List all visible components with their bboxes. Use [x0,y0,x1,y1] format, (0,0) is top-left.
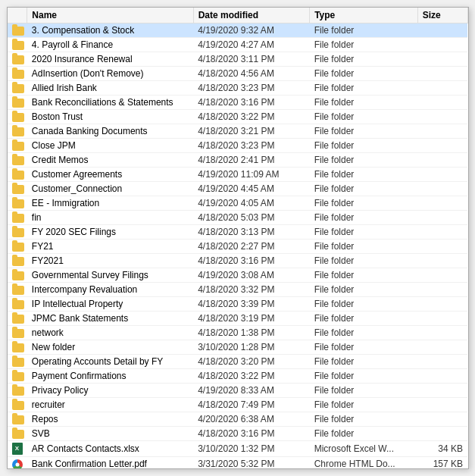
file-name[interactable]: AdInsertion (Don't Remove) [27,67,193,81]
table-row[interactable]: Boston Trust4/18/2020 3:22 PMFile folder [8,110,468,124]
table-row[interactable]: IP Intellectual Property4/18/2020 3:39 P… [8,297,468,312]
folder-icon [12,358,24,367]
file-name[interactable]: Close JPM [27,139,193,153]
file-name[interactable]: network [27,326,193,340]
table-row[interactable]: Canada Banking Documents4/18/2020 3:21 P… [8,124,468,139]
table-row[interactable]: XAR Contacts Contacts.xlsx3/10/2020 1:32… [8,441,468,457]
file-name[interactable]: EE - Immigration [27,196,193,211]
file-name[interactable]: New folder [27,340,193,355]
file-date: 4/19/2020 11:09 AM [193,168,310,182]
table-row[interactable]: 2020 Insurance Renewal4/18/2020 3:11 PMF… [8,52,468,67]
file-date: 3/31/2020 5:32 PM [193,457,310,469]
table-row[interactable]: Close JPM4/18/2020 3:23 PMFile folder [8,139,468,153]
file-name[interactable]: Allied Irish Bank [27,81,193,96]
file-name[interactable]: SVB [27,427,193,441]
table-row[interactable]: Operating Accounts Detail by FY4/18/2020… [8,355,468,369]
table-row[interactable]: AdInsertion (Don't Remove)4/18/2020 4:56… [8,67,468,81]
file-icon-cell [8,139,27,153]
table-row[interactable]: FY214/18/2020 2:27 PMFile folder [8,240,468,254]
table-row[interactable]: Credit Memos4/18/2020 2:41 PMFile folder [8,153,468,168]
file-icon-cell [8,38,27,52]
file-name[interactable]: Canada Banking Documents [27,124,193,139]
table-row[interactable]: Customer_Connection4/19/2020 4:45 AMFile… [8,182,468,196]
table-row[interactable]: Bank Reconciliations & Statements4/18/20… [8,96,468,110]
table-row[interactable]: network4/18/2020 1:38 PMFile folder [8,326,468,340]
file-icon-cell [8,225,27,240]
file-icon-cell [8,398,27,412]
file-name[interactable]: Customer Agreements [27,168,193,182]
file-icon-cell [8,326,27,340]
col-icon [8,8,27,23]
file-date: 4/18/2020 2:27 PM [193,240,310,254]
table-row[interactable]: 4. Payroll & Finance4/19/2020 4:27 AMFil… [8,38,468,52]
file-name[interactable]: AR Contacts Contacts.xlsx [27,441,193,457]
table-row[interactable]: EE - Immigration4/19/2020 4:05 AMFile fo… [8,196,468,211]
file-size [417,153,467,168]
file-name[interactable]: JPMC Bank Statements [27,312,193,326]
file-date: 4/18/2020 3:16 PM [193,96,310,110]
file-name[interactable]: Credit Memos [27,153,193,168]
file-date: 3/10/2020 1:32 PM [193,441,310,457]
file-date: 4/18/2020 3:11 PM [193,52,310,67]
file-date: 4/18/2020 3:23 PM [193,139,310,153]
file-name[interactable]: FY 2020 SEC Filings [27,225,193,240]
file-type: File folder [310,196,418,211]
file-name[interactable]: fin [27,211,193,225]
table-row[interactable]: Customer Agreements4/19/2020 11:09 AMFil… [8,168,468,182]
file-name[interactable]: FY2021 [27,254,193,268]
file-size [417,268,467,283]
file-name[interactable]: 2020 Insurance Renewal [27,52,193,67]
file-size: 157 KB [417,457,467,469]
file-size [417,240,467,254]
file-name[interactable]: Bank Confirmation Letter.pdf [27,457,193,469]
file-name[interactable]: recruiter [27,398,193,412]
folder-icon [12,214,24,223]
col-date[interactable]: Date modified [193,8,310,23]
file-name[interactable]: Bank Reconciliations & Statements [27,96,193,110]
file-size [417,254,467,268]
folder-icon [12,199,24,208]
folder-icon [12,99,24,108]
table-row[interactable]: JPMC Bank Statements4/18/2020 3:19 PMFil… [8,312,468,326]
file-date: 4/18/2020 3:22 PM [193,110,310,124]
table-row[interactable]: New folder3/10/2020 1:28 PMFile folder [8,340,468,355]
file-name[interactable]: 3. Compensation & Stock [27,23,193,38]
file-list[interactable]: Name Date modified Type Size 3. Compensa… [8,8,468,468]
file-size [417,182,467,196]
file-name[interactable]: Customer_Connection [27,182,193,196]
file-name[interactable]: Repos [27,412,193,427]
file-name[interactable]: Governmental Survey Filings [27,268,193,283]
file-name[interactable]: Boston Trust [27,110,193,124]
file-name[interactable]: IP Intellectual Property [27,297,193,312]
col-name[interactable]: Name [27,8,193,23]
table-row[interactable]: fin4/18/2020 5:03 PMFile folder [8,211,468,225]
file-name[interactable]: Intercompany Revaluation [27,283,193,297]
file-name[interactable]: Operating Accounts Detail by FY [27,355,193,369]
file-size [417,52,467,67]
table-row[interactable]: Privacy Policy4/19/2020 8:33 AMFile fold… [8,384,468,398]
file-size [417,312,467,326]
folder-icon [12,430,24,439]
table-row[interactable]: SVB4/18/2020 3:16 PMFile folder [8,427,468,441]
table-row[interactable]: FY 2020 SEC Filings4/18/2020 3:13 PMFile… [8,225,468,240]
file-name[interactable]: 4. Payroll & Finance [27,38,193,52]
table-row[interactable]: FY20214/18/2020 3:16 PMFile folder [8,254,468,268]
file-type: File folder [310,312,418,326]
table-row[interactable]: Payment Confirmations4/18/2020 3:22 PMFi… [8,369,468,384]
col-type[interactable]: Type [310,8,418,23]
table-row[interactable]: Repos4/20/2020 6:38 AMFile folder [8,412,468,427]
file-name[interactable]: Payment Confirmations [27,369,193,384]
col-size[interactable]: Size [417,8,467,23]
table-row[interactable]: recruiter4/18/2020 7:49 PMFile folder [8,398,468,412]
folder-icon [12,84,24,93]
table-row[interactable]: 3. Compensation & Stock4/19/2020 9:32 AM… [8,23,468,38]
table-row[interactable]: Intercompany Revaluation4/18/2020 3:32 P… [8,283,468,297]
file-date: 4/19/2020 3:08 AM [193,268,310,283]
table-row[interactable]: Allied Irish Bank4/18/2020 3:23 PMFile f… [8,81,468,96]
file-type: File folder [310,38,418,52]
file-type: File folder [310,384,418,398]
table-row[interactable]: Bank Confirmation Letter.pdf3/31/2020 5:… [8,457,468,469]
file-name[interactable]: Privacy Policy [27,384,193,398]
file-name[interactable]: FY21 [27,240,193,254]
table-row[interactable]: Governmental Survey Filings4/19/2020 3:0… [8,268,468,283]
